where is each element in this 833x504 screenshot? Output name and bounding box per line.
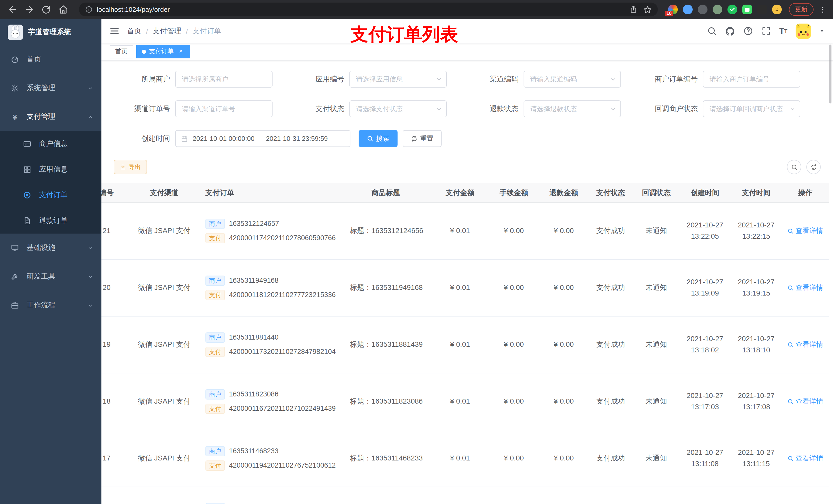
forward-icon[interactable]: [23, 3, 35, 16]
font-size-icon[interactable]: TT: [779, 27, 787, 35]
chevron-down-icon: [88, 85, 93, 91]
cell-pay-order: 商户1635311949168 支付4200001181202110277723…: [201, 260, 340, 316]
col-channel: 支付渠道: [127, 183, 201, 202]
cell-actions: 查看详情: [782, 430, 829, 486]
cell-order-id: [101, 487, 127, 504]
close-tab-icon[interactable]: [177, 48, 185, 55]
cell-create-time: 2021-10-2713:19:09: [679, 260, 731, 316]
table-header-row: 编号 支付渠道 支付订单 商品标题 支付金额 手续金额 退款金额 支付状态 回调…: [101, 183, 829, 203]
cell-pay-time: 2021-10-2713:19:15: [731, 260, 782, 316]
pay-order-no: 4200001174202110278060590766: [229, 233, 336, 243]
tab-pay-order[interactable]: 支付订单: [136, 45, 190, 58]
tags-view: 首页 支付订单: [101, 43, 833, 61]
sidebar-item-pay-order[interactable]: 支付订单: [0, 182, 101, 208]
chevron-down-icon: [436, 106, 442, 112]
navbar: 首页 支付管理 支付订单 TT: [101, 19, 833, 43]
pay-status-select[interactable]: [349, 100, 447, 117]
col-pay-order: 支付订单: [201, 183, 340, 202]
sidebar-item-workflow[interactable]: 工作流程: [0, 291, 101, 320]
site-info-icon[interactable]: [85, 6, 93, 13]
date-range-picker[interactable]: 2021-10-01 00:00:00 - 2021-10-31 23:59:5…: [175, 130, 351, 147]
chevron-down-icon: [436, 76, 442, 82]
cell-pay-channel: 微信 JSAPI 支付: [127, 430, 201, 486]
address-bar[interactable]: localhost:1024/pay/order: [79, 3, 658, 16]
filter-row: 所属商户 应用编号 渠道编码 商户订单编号: [114, 71, 821, 88]
col-notify: 回调状态: [633, 183, 679, 202]
reload-icon[interactable]: [40, 3, 52, 16]
pay-tag: 支付: [206, 233, 225, 243]
browser-extension-icon[interactable]: [713, 5, 722, 14]
refresh-button[interactable]: [806, 160, 821, 174]
view-detail-link[interactable]: 查看详情: [787, 283, 823, 293]
browser-extension-icon[interactable]: [728, 5, 737, 14]
merchant-select[interactable]: [175, 71, 272, 88]
table-row: 19 微信 JSAPI 支付 商户1635311881440 支付4200001…: [101, 316, 829, 374]
app-logo: 芋道管理系统: [0, 19, 101, 45]
cell-notify-status: 未通知: [633, 260, 679, 316]
search-icon[interactable]: [707, 26, 717, 36]
toggle-search-button[interactable]: [787, 160, 801, 174]
merchant-order-input[interactable]: [703, 71, 800, 88]
screen: localhost:1024/pay/order 10 更新 芋道管理系统: [0, 0, 833, 504]
sidebar-item-infra[interactable]: 基础设施: [0, 234, 101, 262]
view-detail-link[interactable]: 查看详情: [787, 397, 823, 406]
col-fee: 手续金额: [488, 183, 540, 202]
browser-menu-icon[interactable]: [819, 5, 827, 14]
view-detail-link[interactable]: 查看详情: [787, 454, 823, 463]
cell-pay-time: 2021-10-2713:22:15: [731, 203, 782, 259]
dashboard-icon: [10, 55, 20, 64]
fullscreen-icon[interactable]: [761, 26, 771, 36]
breadcrumb-home[interactable]: 首页: [127, 26, 141, 35]
cell-pay-order: 商户1635312124657 支付4200001174202110278060…: [201, 203, 340, 259]
cell-refund-amount: ¥ 0.00: [540, 374, 588, 430]
url-text: localhost:1024/pay/order: [97, 6, 170, 13]
pay-order-no: 4200001173202110272847982104: [229, 347, 336, 357]
browser-extension-icon[interactable]: 10: [668, 5, 678, 14]
cell-product-title: 标题：1635311823086: [340, 374, 432, 430]
sidebar-item-payment[interactable]: ¥ 支付管理: [0, 102, 101, 131]
view-detail-link[interactable]: 查看详情: [787, 226, 823, 236]
hamburger-icon[interactable]: [110, 26, 119, 36]
search-button[interactable]: 搜索: [359, 130, 398, 147]
sidebar-item-merchant-info[interactable]: 商户信息: [0, 131, 101, 157]
help-icon[interactable]: [743, 26, 753, 36]
browser-extension-icon[interactable]: [683, 5, 693, 14]
browser-extension-icon[interactable]: [742, 5, 752, 14]
github-icon[interactable]: [725, 26, 735, 36]
sidebar-item-home[interactable]: 首页: [0, 45, 101, 74]
sidebar-item-system[interactable]: 系统管理: [0, 74, 101, 102]
channel-code-select[interactable]: [524, 71, 621, 88]
field-label: 所属商户: [114, 74, 175, 84]
table-row: 18 微信 JSAPI 支付 商户1635311823086 支付4200001…: [101, 374, 829, 430]
browser-toolbar: localhost:1024/pay/order 10 更新: [0, 0, 833, 19]
sidebar-item-devtool[interactable]: 研发工具: [0, 262, 101, 291]
home-icon[interactable]: [57, 3, 69, 16]
breadcrumb-section[interactable]: 支付管理: [153, 26, 181, 35]
callback-status-select[interactable]: [703, 100, 800, 117]
caret-down-icon[interactable]: [819, 28, 825, 34]
wrench-icon: [10, 272, 20, 281]
channel-order-input[interactable]: [175, 100, 272, 117]
export-button[interactable]: 导出: [114, 160, 147, 174]
sidebar-item-refund-order[interactable]: 退款订单: [0, 208, 101, 234]
tab-home[interactable]: 首页: [110, 45, 133, 58]
sidebar-item-app-info[interactable]: 应用信息: [0, 157, 101, 182]
browser-extension-icon[interactable]: [698, 5, 708, 14]
browser-extension-icon[interactable]: [757, 5, 767, 14]
back-icon[interactable]: [6, 3, 19, 16]
yen-icon: ¥: [10, 113, 20, 121]
share-icon[interactable]: [629, 6, 637, 13]
refund-status-select[interactable]: [524, 100, 621, 117]
view-detail-link[interactable]: 查看详情: [787, 340, 823, 350]
app-select[interactable]: [349, 71, 447, 88]
calendar-icon: [181, 135, 188, 142]
cell-create-time: 2021-10-2713:17:03: [679, 374, 731, 430]
app-title: 芋道管理系统: [28, 27, 71, 37]
update-button[interactable]: 更新: [789, 3, 813, 16]
bookmark-star-icon[interactable]: [643, 5, 652, 14]
field-label: 支付状态: [293, 104, 349, 114]
reset-button[interactable]: 重置: [403, 130, 442, 147]
browser-extension-icon[interactable]: [772, 5, 782, 14]
avatar[interactable]: [795, 23, 811, 39]
scrollbar-thumb[interactable]: [829, 45, 831, 103]
